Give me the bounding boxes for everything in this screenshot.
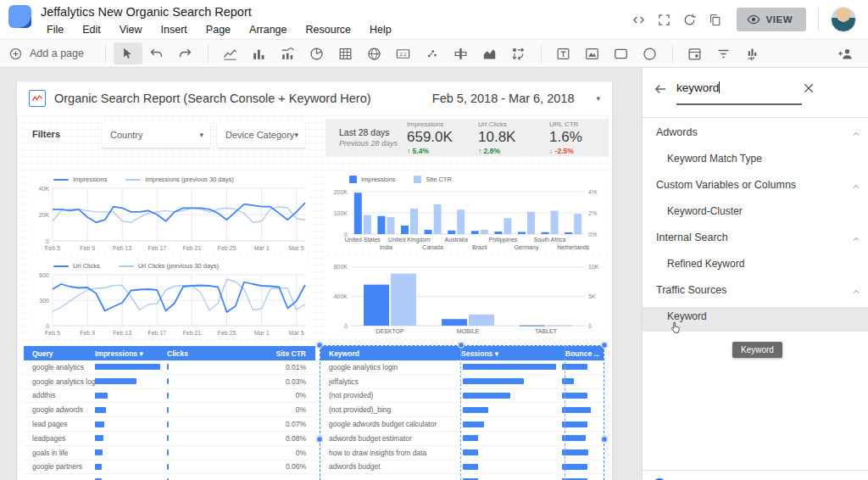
- column-header[interactable]: Keyword: [320, 349, 454, 358]
- svg-text:DESKTOP: DESKTOP: [376, 328, 404, 334]
- menu-arrange[interactable]: Arrange: [240, 22, 296, 37]
- resize-handle[interactable]: [316, 436, 323, 443]
- menu-view[interactable]: View: [110, 22, 152, 37]
- svg-text:2%: 2%: [588, 210, 597, 216]
- column-header[interactable]: Site CTR: [247, 349, 306, 358]
- field-category-1[interactable]: Custom Variables or Columns: [656, 179, 796, 191]
- table-header[interactable]: QueryImpressions ▾ClicksSite CTR: [24, 346, 315, 360]
- chevron-up-icon[interactable]: [851, 127, 861, 137]
- chevron-up-icon[interactable]: [851, 232, 861, 243]
- report-page[interactable]: Organic Search Report (Search Console + …: [17, 81, 612, 480]
- user-avatar[interactable]: [831, 7, 856, 32]
- scorecard-icon[interactable]: 2.1: [389, 42, 418, 64]
- field-category-2[interactable]: Internal Search: [656, 232, 728, 243]
- svg-text:10K: 10K: [588, 264, 599, 270]
- country-filter-select[interactable]: Country ▾: [102, 122, 210, 148]
- embed-code-icon[interactable]: [626, 7, 652, 32]
- resize-handle[interactable]: [601, 436, 608, 443]
- menu-edit[interactable]: Edit: [73, 22, 110, 37]
- field-search-input[interactable]: keyword: [676, 81, 720, 94]
- resize-handle[interactable]: [316, 342, 323, 349]
- menu-help[interactable]: Help: [360, 22, 401, 37]
- field-picker-panel: keyword AdwordsKeyword Match TypeCustom …: [642, 68, 868, 480]
- pivot-table-icon[interactable]: [504, 42, 533, 64]
- table-row: google adwords budget calculator: [320, 417, 604, 432]
- filters-label: Filters: [32, 129, 60, 139]
- add-person-icon[interactable]: [831, 42, 860, 64]
- table-row: leadpages0.08%: [24, 432, 315, 446]
- impressions-time-series-chart[interactable]: ImpressionsImpressions (previous 30 days…: [30, 171, 309, 253]
- hand-cursor-icon: [670, 321, 681, 334]
- back-arrow-icon[interactable]: [653, 81, 670, 98]
- clear-search-icon[interactable]: [802, 81, 819, 98]
- area-chart-icon[interactable]: [476, 42, 504, 64]
- bullet-chart-icon[interactable]: [447, 42, 476, 64]
- combo-chart-icon[interactable]: [274, 42, 303, 64]
- scatter-chart-icon[interactable]: [418, 42, 447, 64]
- field-category-3[interactable]: Traffic Sources: [656, 284, 726, 296]
- menu-page[interactable]: Page: [197, 22, 240, 37]
- report-canvas[interactable]: Organic Search Report (Search Console + …: [0, 68, 642, 480]
- make-a-copy-icon[interactable]: [703, 7, 728, 32]
- chevron-down-icon: ▾: [199, 131, 203, 139]
- resize-handle[interactable]: [458, 342, 465, 349]
- chevron-up-icon[interactable]: [851, 180, 861, 190]
- device-category-filter-select[interactable]: Device Category ▾: [217, 122, 305, 148]
- oval-icon[interactable]: [636, 42, 665, 64]
- svg-text:40K: 40K: [39, 186, 50, 192]
- keyword-tooltip: Keyword: [732, 342, 782, 358]
- pie-chart-icon[interactable]: [303, 42, 331, 64]
- date-range-control[interactable]: Feb 5, 2018 - Mar 6, 2018 ▾: [432, 85, 600, 112]
- country-bar-chart[interactable]: ImpressionsSite CTR00%100K2%200K4%United…: [326, 171, 609, 253]
- scorecard[interactable]: Last 28 days Previous 28 days Impression…: [326, 119, 609, 156]
- queries-table[interactable]: QueryImpressions ▾ClicksSite CTRgoogle a…: [24, 346, 315, 480]
- url-clicks-time-series-chart[interactable]: Url ClicksUrl Clicks (previous 30 days)0…: [30, 258, 309, 338]
- field-item-keyword[interactable]: Keyword: [667, 310, 707, 322]
- keywords-table-selection[interactable]: KeywordSessions ▾Bounce ...google analyt…: [320, 345, 604, 480]
- svg-text:600: 600: [39, 272, 49, 278]
- menu-resource[interactable]: Resource: [297, 22, 361, 37]
- menu-file[interactable]: File: [37, 22, 73, 37]
- column-header[interactable]: Sessions ▾: [454, 349, 559, 358]
- table-chart-icon[interactable]: [331, 42, 360, 64]
- column-header[interactable]: Query: [24, 349, 95, 358]
- svg-text:Mar 5: Mar 5: [289, 330, 304, 336]
- image-icon[interactable]: [578, 42, 607, 64]
- field-item-keyword-cluster[interactable]: Keyword-Cluster: [667, 205, 743, 217]
- svg-text:Feb 9: Feb 9: [80, 245, 95, 251]
- column-header[interactable]: Impressions ▾: [95, 349, 167, 358]
- svg-text:Brazil: Brazil: [472, 244, 487, 250]
- field-category-0[interactable]: Adwords: [656, 126, 698, 138]
- document-title[interactable]: Jeffalytics New Organic Search Report: [41, 5, 252, 19]
- bar-chart-icon[interactable]: [245, 42, 274, 64]
- metric-url-ctr: URL CTR 1.6% ↓ -2.5%: [549, 120, 609, 155]
- rectangle-icon[interactable]: [607, 42, 636, 64]
- keywords-table[interactable]: KeywordSessions ▾Bounce ...google analyt…: [320, 346, 604, 480]
- data-control-icon[interactable]: [738, 42, 767, 64]
- select-tool-icon[interactable]: [114, 42, 142, 64]
- text-icon[interactable]: [549, 42, 578, 64]
- date-range-control-icon[interactable]: [681, 42, 709, 64]
- view-button[interactable]: VIEW: [737, 8, 806, 31]
- svg-text:MOBILE: MOBILE: [457, 328, 480, 334]
- undo-icon[interactable]: [142, 42, 171, 64]
- fullscreen-icon[interactable]: [652, 7, 677, 32]
- menu-insert[interactable]: Insert: [152, 22, 197, 37]
- filter-control-icon[interactable]: [709, 42, 738, 64]
- create-new-dimension-button[interactable]: + CREATE NEW DIMENS: [643, 470, 868, 480]
- redo-icon[interactable]: [171, 42, 200, 64]
- resize-handle[interactable]: [601, 342, 608, 349]
- table-row: [24, 474, 315, 480]
- svg-text:5K: 5K: [588, 293, 596, 299]
- field-item-keyword-match-type[interactable]: Keyword Match Type: [667, 153, 762, 165]
- geo-map-icon[interactable]: [360, 42, 389, 64]
- column-header[interactable]: Clicks: [167, 349, 247, 358]
- svg-text:Feb 17: Feb 17: [147, 245, 166, 251]
- field-item-refined-keyword[interactable]: Refined Keyword: [667, 258, 744, 270]
- refresh-icon[interactable]: [677, 7, 703, 32]
- chevron-down-icon: ▾: [596, 94, 600, 103]
- time-series-chart-icon[interactable]: [216, 42, 245, 64]
- chevron-up-icon[interactable]: [851, 285, 861, 295]
- device-bar-chart[interactable]: 00400K5K800K10KDESKTOPMOBILETABLET: [326, 258, 609, 338]
- add-page-button[interactable]: Add a page: [8, 47, 97, 61]
